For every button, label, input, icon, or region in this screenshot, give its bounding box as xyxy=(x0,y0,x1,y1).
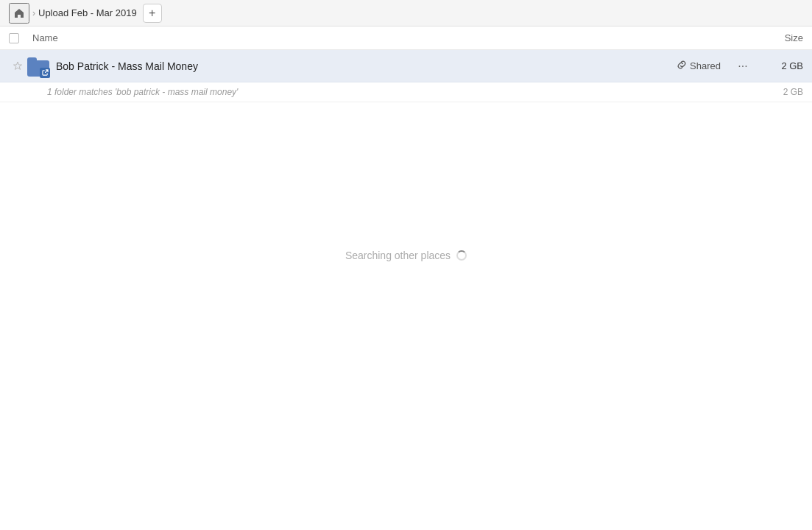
folder-link-overlay xyxy=(40,68,50,78)
file-size: 2 GB xyxy=(759,60,803,71)
match-info-size: 2 GB xyxy=(759,87,803,97)
breadcrumb-title: Upload Feb - Mar 2019 xyxy=(38,7,137,18)
file-list-row[interactable]: Bob Patrick - Mass Mail Money Shared ···… xyxy=(0,50,812,82)
breadcrumb-chevron: › xyxy=(32,8,35,18)
searching-section: Searching other places xyxy=(0,250,812,261)
header-bar: › Upload Feb - Mar 2019 + xyxy=(0,0,812,26)
loading-spinner xyxy=(456,250,467,261)
file-name: Bob Patrick - Mass Mail Money xyxy=(56,60,677,72)
searching-text: Searching other places xyxy=(345,250,451,261)
shared-label: Shared xyxy=(690,60,721,71)
column-size-header: Size xyxy=(744,32,803,43)
more-icon: ··· xyxy=(738,60,747,73)
column-name-header: Name xyxy=(29,32,744,43)
header-checkbox-cell xyxy=(9,33,29,43)
more-options-button[interactable]: ··· xyxy=(732,56,753,77)
link-icon xyxy=(677,60,687,72)
match-info-row: 1 folder matches 'bob patrick - mass mai… xyxy=(0,82,812,102)
column-headers: Name Size xyxy=(0,26,812,50)
star-icon[interactable] xyxy=(9,61,27,71)
match-info-text: 1 folder matches 'bob patrick - mass mai… xyxy=(47,87,759,97)
file-icon xyxy=(27,54,50,78)
folder-icon xyxy=(27,54,50,78)
shared-indicator: Shared xyxy=(677,60,721,72)
select-all-checkbox[interactable] xyxy=(9,33,19,43)
home-button[interactable] xyxy=(9,3,29,24)
add-button[interactable]: + xyxy=(143,4,162,23)
